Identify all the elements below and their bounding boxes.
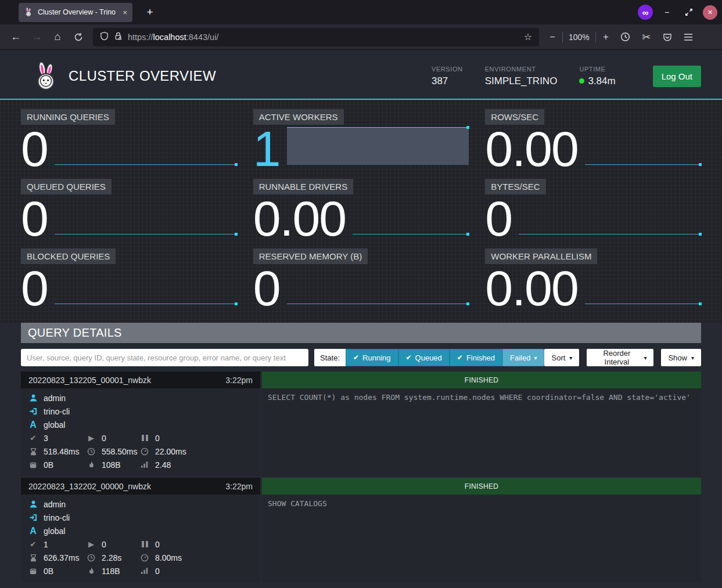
sparkline	[353, 194, 469, 241]
reload-button[interactable]	[69, 28, 88, 46]
pause-icon	[140, 435, 149, 441]
state-finished-toggle[interactable]: ✔ Finished	[450, 349, 502, 366]
memory-icon	[28, 567, 38, 575]
uptime-value: 3.84m	[588, 75, 615, 87]
hourglass-icon	[28, 448, 38, 456]
state-filter-group: State: ✔ Running ✔ Queued ✔ Finished Fai…	[314, 349, 544, 366]
resource-group-icon: A	[28, 420, 38, 430]
reorder-interval-dropdown[interactable]: Reorder Interval ▾	[587, 349, 653, 366]
forward-button[interactable]: →	[27, 28, 46, 46]
home-button[interactable]: ⌂	[48, 28, 67, 46]
tile-blocked-queries: BLOCKED QUERIES 0	[21, 248, 237, 311]
tile-active-workers: ACTIVE WORKERS 1	[253, 109, 469, 172]
browser-tab[interactable]: Cluster Overview - Trino ×	[19, 3, 132, 22]
query-details-section: QUERY DETAILS State: ✔ Running ✔ Queued …	[21, 323, 701, 582]
private-browsing-icon: ∞	[638, 5, 653, 20]
parallelism-icon	[140, 567, 149, 575]
uptime-info: UPTIME 3.84m	[579, 66, 615, 87]
pause-icon	[140, 541, 149, 547]
logout-button[interactable]: Log Out	[653, 66, 701, 87]
tab-close-icon[interactable]: ×	[123, 8, 127, 17]
state-failed-dropdown[interactable]: Failed ▾	[502, 349, 544, 366]
browser-toolbar: ← → ⌂ https://localhost:8443/ui/ ☆ − 100…	[0, 24, 722, 50]
query-search-input[interactable]	[21, 349, 308, 366]
sparkline	[519, 194, 701, 241]
play-icon: ▶	[87, 434, 96, 442]
user-icon	[28, 394, 38, 402]
sort-dropdown[interactable]: Sort ▾	[544, 349, 579, 366]
environment-info: ENVIRONMENT SIMPLE_TRINO	[485, 66, 558, 87]
tile-worker-parallelism: WORKER PARALLELISM 0.00	[485, 248, 701, 311]
sparkline	[287, 264, 469, 311]
url-bar[interactable]: https://localhost:8443/ui/ ☆	[93, 28, 539, 46]
zoom-out-button[interactable]: −	[545, 29, 560, 45]
tile-runnable-drivers: RUNNABLE DRIVERS 0.00	[253, 179, 469, 241]
hourglass-icon	[28, 554, 38, 562]
check-icon: ✔	[28, 540, 38, 549]
check-icon: ✔	[457, 353, 463, 362]
zoom-controls: − 100% +	[545, 29, 613, 45]
gauge-icon	[140, 554, 149, 562]
query-card: 20220823_132202_00000_nwbzk 3:22pm FINIS…	[21, 478, 701, 582]
tile-queued-queries: QUEUED QUERIES 0	[21, 179, 237, 241]
chevron-down-icon: ▾	[569, 355, 572, 361]
menu-hamburger-icon[interactable]	[678, 28, 698, 46]
history-clock-icon[interactable]	[616, 28, 635, 46]
query-filter-toolbar: State: ✔ Running ✔ Queued ✔ Finished Fai…	[21, 349, 701, 366]
browser-tab-bar: Cluster Overview - Trino × + ∞ − ×	[0, 0, 722, 24]
page-title: CLUSTER OVERVIEW	[69, 68, 216, 84]
lock-warning-icon[interactable]	[114, 31, 123, 43]
screenshot-icon[interactable]: ✂	[637, 28, 656, 46]
cluster-stats-section: RUNNING QUERIES 0 ACTIVE WORKERS 1 ROWS/…	[0, 100, 722, 323]
window-restore-button[interactable]	[681, 4, 697, 20]
query-user: admin	[44, 394, 66, 403]
zoom-in-button[interactable]: +	[598, 29, 613, 45]
state-running-toggle[interactable]: ✔ Running	[346, 349, 398, 366]
query-source: trino-cli	[44, 407, 70, 416]
back-button[interactable]: ←	[6, 28, 26, 46]
source-icon	[28, 513, 38, 522]
state-queued-toggle[interactable]: ✔ Queued	[398, 349, 450, 366]
tile-rows-sec: ROWS/SEC 0.00	[485, 109, 701, 172]
bookmark-star-icon[interactable]: ☆	[524, 31, 532, 42]
memory-icon	[28, 461, 38, 469]
version-value: 387	[432, 75, 463, 87]
zoom-level[interactable]: 100%	[565, 33, 593, 42]
trino-bunny-logo	[34, 62, 58, 91]
flame-icon	[87, 567, 96, 575]
window-minimize-button[interactable]: −	[659, 4, 675, 20]
check-icon: ✔	[28, 434, 38, 442]
query-user: admin	[44, 500, 66, 509]
show-dropdown[interactable]: Show ▾	[661, 349, 701, 366]
clock-icon	[87, 554, 96, 562]
url-text: https://localhost:8443/ui/	[128, 33, 218, 42]
shield-icon[interactable]	[100, 31, 109, 43]
tab-title: Cluster Overview - Trino	[38, 8, 118, 16]
check-icon: ✔	[406, 353, 412, 362]
query-details-title: QUERY DETAILS	[21, 323, 701, 343]
clock-icon	[87, 448, 96, 456]
sparkline	[55, 264, 237, 311]
query-card: 20220823_132205_00001_nwbzk 3:22pm FINIS…	[21, 371, 701, 476]
chevron-down-icon: ▾	[534, 355, 537, 361]
new-tab-button[interactable]: +	[142, 4, 158, 20]
trino-favicon	[24, 8, 33, 17]
pocket-icon[interactable]	[658, 28, 677, 46]
tile-reserved-memory: RESERVED MEMORY (B) 0	[253, 248, 469, 311]
parallelism-icon	[140, 461, 149, 468]
query-resource-group: global	[44, 420, 65, 430]
trino-header: CLUSTER OVERVIEW VERSION 387 ENVIRONMENT…	[0, 50, 722, 100]
window-close-button[interactable]: ×	[703, 5, 717, 20]
sparkline	[55, 194, 237, 241]
chevron-down-icon: ▾	[644, 355, 646, 361]
play-icon: ▶	[87, 540, 96, 549]
query-id-link[interactable]: 20220823_132202_00000_nwbzk	[28, 482, 151, 491]
query-id-link[interactable]: 20220823_132205_00001_nwbzk	[28, 376, 151, 385]
flame-icon	[87, 461, 96, 469]
user-icon	[28, 500, 38, 508]
status-badge: FINISHED	[262, 478, 701, 495]
sparkline	[55, 125, 237, 172]
state-filter-label: State:	[314, 349, 346, 366]
sparkline	[585, 264, 701, 311]
chevron-down-icon: ▾	[691, 355, 694, 361]
